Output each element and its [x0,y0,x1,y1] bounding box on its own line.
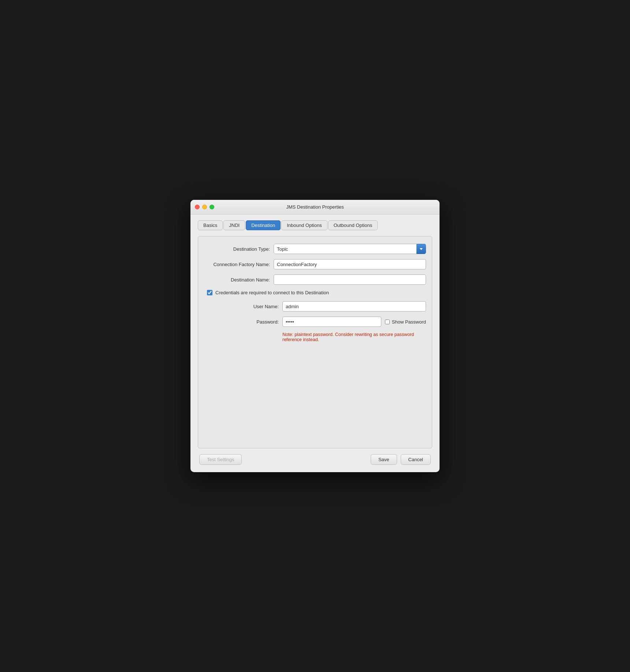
show-password-checkbox[interactable] [385,320,390,324]
destination-type-select[interactable]: Topic Queue [274,244,426,254]
destination-type-label: Destination Type: [204,246,274,252]
credentials-checkbox[interactable] [207,290,212,295]
minimize-button[interactable] [202,205,207,209]
password-control: Show Password [282,317,426,327]
destination-name-label: Destination Name: [204,277,274,283]
destination-name-input[interactable] [274,275,426,285]
maximize-button[interactable] [210,205,214,209]
username-input[interactable] [282,301,426,311]
tab-bar: Basics JNDI Destination Inbound Options … [198,220,432,230]
traffic-lights [195,205,214,209]
connection-factory-control [274,259,426,269]
tab-destination[interactable]: Destination [246,220,281,230]
destination-type-row: Destination Type: Topic Queue [204,244,426,254]
password-label: Password: [213,319,282,325]
connection-factory-input[interactable] [274,259,426,269]
tab-outbound-options[interactable]: Outbound Options [328,220,378,230]
tab-basics[interactable]: Basics [198,220,223,230]
test-settings-button[interactable]: Test Settings [199,454,242,465]
connection-factory-label: Connection Factory Name: [204,262,274,267]
footer-right: Save Cancel [371,454,431,465]
username-label: User Name: [213,304,282,309]
destination-name-row: Destination Name: [204,275,426,285]
password-row: Password: Show Password [213,317,426,327]
credentials-checkbox-label[interactable]: Credentials are required to connect to t… [215,290,329,295]
show-password-label[interactable]: Show Password [392,319,426,325]
tab-inbound-options[interactable]: Inbound Options [281,220,327,230]
main-window: JMS Destination Properties Basics JNDI D… [190,200,440,472]
show-password-wrapper: Show Password [385,319,426,325]
cancel-button[interactable]: Cancel [401,454,431,465]
footer: Test Settings Save Cancel [198,454,432,465]
destination-type-control: Topic Queue [274,244,426,254]
window-title: JMS Destination Properties [286,204,344,210]
content-panel: Destination Type: Topic Queue Connection… [198,236,432,448]
username-row: User Name: [213,301,426,311]
credentials-checkbox-row: Credentials are required to connect to t… [204,290,426,295]
password-input[interactable] [282,317,381,327]
connection-factory-row: Connection Factory Name: [204,259,426,269]
window-body: Basics JNDI Destination Inbound Options … [190,214,440,472]
password-warning: Note: plaintext password. Consider rewri… [213,332,426,342]
title-bar: JMS Destination Properties [190,200,440,214]
credentials-section: User Name: Password: Show Password [204,301,426,342]
destination-name-control [274,275,426,285]
username-control [282,301,426,311]
close-button[interactable] [195,205,200,209]
save-button[interactable]: Save [371,454,397,465]
tab-jndi[interactable]: JNDI [223,220,245,230]
destination-type-wrapper: Topic Queue [274,244,426,254]
